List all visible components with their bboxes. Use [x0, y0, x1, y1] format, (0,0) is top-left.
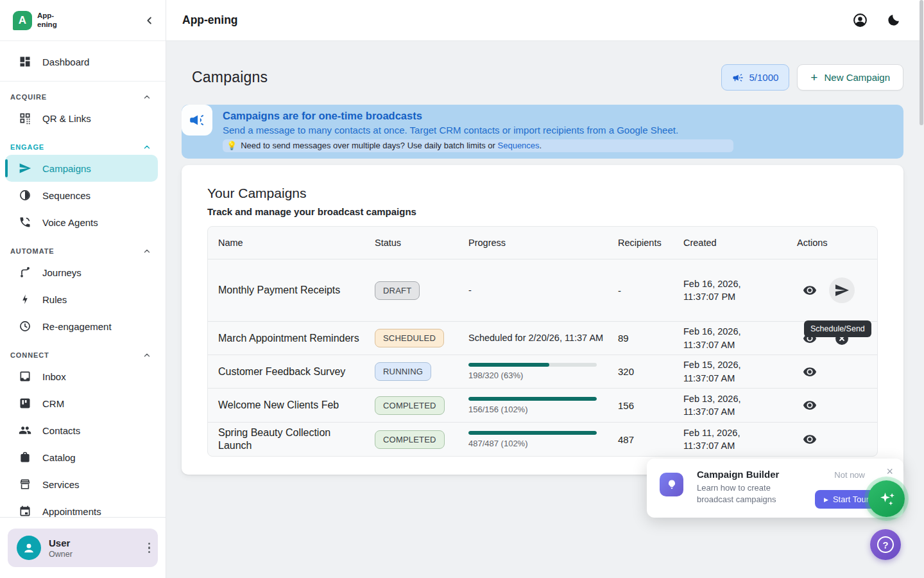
sidebar-item-contacts[interactable]: Contacts [0, 417, 166, 444]
schedule-send-button[interactable] [829, 277, 855, 303]
qr-code-icon [19, 112, 31, 125]
sidebar-item-campaigns[interactable]: Campaigns [5, 155, 158, 182]
status-badge: COMPLETED [375, 430, 445, 449]
sidebar-item-sequences[interactable]: Sequences [0, 182, 166, 209]
table-row: Monthly Payment Receipts DRAFT - - Feb 1… [208, 259, 877, 321]
active-indicator [5, 159, 8, 177]
sidebar-item-journeys[interactable]: Journeys [0, 259, 166, 286]
progress-label: 156/156 (102%) [468, 405, 597, 414]
banner-title: Campaigns are for one-time broadcasts [223, 110, 893, 122]
schedule-send-tooltip: Schedule/Send [804, 320, 871, 337]
lightbulb-icon [660, 473, 683, 496]
sidebar-item-crm[interactable]: CRM [0, 390, 166, 417]
section-acquire[interactable]: ACQUIRE [0, 89, 166, 105]
progress-bar: 487/487 (102%) [468, 431, 597, 448]
sidebar-collapse-icon[interactable] [144, 15, 155, 26]
clock-icon [19, 320, 31, 333]
col-header-recipients: Recipients [618, 238, 683, 248]
sidebar-logo-row: A App- ening [0, 0, 166, 41]
send-icon [19, 162, 31, 175]
new-campaign-button[interactable]: + New Campaign [797, 64, 903, 91]
bag-icon [19, 451, 31, 464]
lightbulb-emoji-icon: 💡 [227, 141, 237, 150]
not-now-button[interactable]: Not now [834, 470, 865, 480]
sidebar-item-label: QR & Links [42, 113, 91, 124]
chevron-up-icon [142, 351, 151, 360]
section-connect[interactable]: CONNECT [0, 347, 166, 363]
eye-icon [803, 432, 817, 446]
campaign-quota-badge[interactable]: 5/1000 [721, 64, 789, 91]
section-label: CONNECT [10, 351, 49, 359]
sequences-link[interactable]: Sequences [498, 141, 540, 150]
card-title: Your Campaigns [207, 186, 878, 201]
created-date: Feb 13, 2026, 11:37:07 AM [683, 392, 759, 419]
dashboard-icon [19, 55, 31, 68]
sidebar-item-rules[interactable]: Rules [0, 286, 166, 313]
campaign-name: Customer Feedback Survey [218, 365, 375, 378]
section-automate[interactable]: AUTOMATE [0, 243, 166, 259]
account-icon[interactable] [852, 12, 868, 28]
user-menu-kebab-icon[interactable] [148, 543, 151, 554]
progress-bar: 156/156 (102%) [468, 397, 597, 414]
dark-mode-moon-icon[interactable] [886, 13, 901, 28]
sidebar-item-voice-agents[interactable]: Voice Agents [0, 209, 166, 236]
logo-line2: ening [37, 21, 57, 29]
sidebar-item-catalog[interactable]: Catalog [0, 444, 166, 471]
chevron-up-icon [142, 92, 151, 101]
section-engage[interactable]: ENGAGE [0, 139, 166, 155]
sidebar-item-reengagement[interactable]: Re-engagement [0, 313, 166, 340]
table-header-row: Name Status Progress Recipients Created … [208, 227, 877, 259]
view-button[interactable] [797, 392, 823, 418]
table-row: Welcome New Clients Feb COMPLETED 156/15… [208, 388, 877, 422]
ai-sparkles-fab[interactable] [868, 480, 905, 517]
progress-text: Scheduled for 2/20/26, 11:37 AM [468, 332, 618, 344]
page-scrollbar[interactable] [919, 0, 924, 578]
scrollbar-thumb[interactable] [920, 0, 923, 125]
half-circle-icon [19, 189, 31, 202]
app-logo-icon: A [13, 11, 32, 30]
sidebar-item-services[interactable]: Services [0, 471, 166, 498]
plus-icon: + [810, 71, 817, 83]
close-icon[interactable]: × [886, 465, 893, 478]
col-header-created: Created [683, 238, 797, 248]
eye-icon [803, 398, 817, 412]
status-badge: DRAFT [375, 281, 420, 300]
phone-icon [19, 216, 31, 229]
recipients-count: 320 [618, 366, 683, 377]
sidebar-item-label: Journeys [42, 267, 81, 278]
view-button[interactable] [797, 277, 823, 303]
sidebar-item-dashboard[interactable]: Dashboard [0, 48, 166, 76]
eye-icon [803, 365, 817, 379]
status-badge: RUNNING [375, 362, 431, 381]
section-label: AUTOMATE [10, 247, 55, 255]
recipients-count: 156 [618, 400, 683, 411]
storefront-icon [19, 478, 31, 491]
question-mark-icon: ? [877, 536, 894, 553]
lightning-icon [19, 293, 31, 306]
topbar: App-ening [166, 0, 924, 41]
user-card[interactable]: User Owner [8, 529, 158, 567]
megaphone-icon [732, 72, 744, 83]
view-button[interactable] [797, 359, 823, 385]
status-badge: SCHEDULED [375, 329, 444, 347]
sidebar-item-label: Rules [42, 294, 67, 305]
app-logo-text: App- ening [37, 12, 57, 28]
progress-text: - [468, 285, 618, 297]
sidebar-item-qr-links[interactable]: QR & Links [0, 105, 166, 132]
quota-text: 5/1000 [749, 72, 778, 83]
send-icon [834, 283, 850, 298]
progress-label: 198/320 (63%) [468, 371, 597, 380]
table-row: March Appointment Reminders SCHEDULED Sc… [208, 321, 877, 355]
sidebar: A App- ening Dashboard ACQUIRE QR & Link… [0, 0, 166, 578]
sidebar-item-appointments[interactable]: Appointments [0, 498, 166, 517]
sidebar-item-label: Services [42, 479, 80, 490]
created-date: Feb 16, 2026, 11:37:07 AM [683, 325, 759, 351]
view-button[interactable] [797, 426, 823, 452]
help-fab[interactable]: ? [870, 529, 901, 560]
campaigns-card: Your Campaigns Track and manage your bro… [182, 165, 903, 475]
user-role: Owner [49, 550, 73, 559]
page-title: Campaigns [192, 69, 268, 86]
sidebar-item-inbox[interactable]: Inbox [0, 363, 166, 390]
sidebar-nav: Dashboard ACQUIRE QR & Links ENGAGE Camp… [0, 41, 166, 517]
inbox-icon [19, 370, 31, 383]
